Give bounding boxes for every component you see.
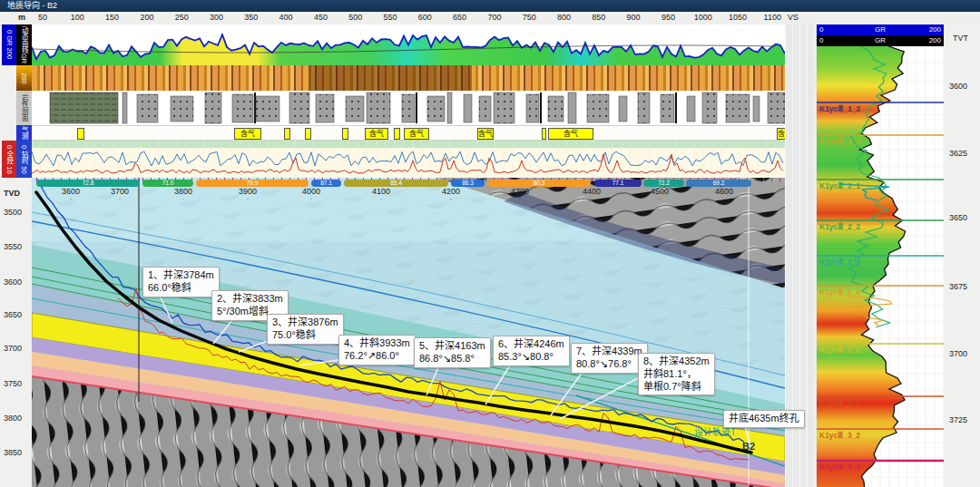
ruler-tick: 800 <box>557 13 571 22</box>
tvt-tick: 3675 <box>949 282 967 291</box>
segment-inclination-bar: 72.871.079.987.185.486.380.377.172.269.2 <box>32 178 785 189</box>
window-title: 地质导向 - B2 <box>0 0 980 12</box>
annotation-line: 井底4635m终孔 <box>729 413 799 425</box>
gas-show-box: 含气 <box>548 128 593 140</box>
tvd-tick: 3600 <box>4 278 22 287</box>
segment-value-pill: 79.9 <box>196 180 309 187</box>
depth-annotation[interactable]: 5、井深4163m86.8°↘85.8° <box>414 337 491 368</box>
cross-section-view[interactable]: 72.871.079.987.185.486.380.377.172.269.2… <box>32 178 785 487</box>
md-tick: 4000. <box>302 187 320 199</box>
md-tick: 4300. <box>511 187 529 199</box>
depth-annotation[interactable]: 井底4635m终孔 <box>723 410 805 428</box>
lithology-block <box>619 96 627 122</box>
depth-annotation[interactable]: 6、井深4246m85.3°↘80.8° <box>493 336 570 366</box>
rp1-name: GR <box>875 24 886 35</box>
tvt-tick: 3625 <box>949 149 967 158</box>
horizon-label: K1ycⅢ_3_3 <box>819 463 860 472</box>
md-tick: 3900. <box>239 187 257 199</box>
image-log-track[interactable] <box>32 65 785 91</box>
gas-show-box <box>542 128 546 140</box>
segment-value-pill: 71.0 <box>142 180 193 187</box>
vs-axis-label: VS <box>788 13 799 22</box>
gas-show-box <box>342 128 348 140</box>
ruler-tick: 550 <box>383 13 397 22</box>
segment-value-pill: 86.3 <box>451 180 485 187</box>
well-name-label: B2 <box>742 441 755 452</box>
ruler-tick: 750 <box>523 13 536 22</box>
tvd-tick: 3550 <box>4 242 22 251</box>
ruler-unit-label: m <box>18 13 25 22</box>
lithology-block <box>464 94 472 122</box>
tvt-tick: 3725 <box>949 415 967 424</box>
gas-show-box: 含气 <box>477 128 494 140</box>
type-log-header-2: 0 GR 200 <box>817 35 944 46</box>
dt-text: 0 钻时 50 <box>21 145 28 174</box>
gr-curve-track[interactable] <box>32 24 785 65</box>
horizon-label: K1ycⅢ_3_2 <box>819 431 860 440</box>
tvd-tick: 3700 <box>4 344 22 353</box>
lithology-block <box>122 93 127 123</box>
ruler-tick: 1050 <box>729 13 747 22</box>
depth-annotation[interactable]: 4、井斜3933m76.2°↗86.0° <box>338 335 416 365</box>
lithology-block <box>568 93 576 123</box>
lithology-block <box>447 93 452 123</box>
horizon-label: K1ycⅢ_2_1 <box>819 181 860 190</box>
lithology-track[interactable] <box>32 91 785 125</box>
survey-tick <box>763 178 764 181</box>
tvt-tick: 3600 <box>949 82 967 91</box>
image-log-dark-zone <box>309 65 472 91</box>
rp1-min: 0 <box>819 24 823 35</box>
tvt-axis-title: TVT <box>953 34 968 43</box>
tvd-tick: 3850 <box>4 448 22 457</box>
tvd-tick: 3750 <box>4 379 22 388</box>
annotation-line: 3、井深3876m <box>272 317 338 329</box>
rp2-min: 0 <box>819 35 823 46</box>
annotation-line: 2、井深3833m <box>217 293 283 306</box>
top-md-ruler: m 50100150200250300350400450500550600650… <box>0 12 980 25</box>
ruler-tick: 950 <box>662 13 675 22</box>
annotation-line: 85.3°↘80.8° <box>498 351 564 364</box>
tvd-axis-title: TVD <box>4 189 20 198</box>
drilling-time-label: 0 钻时 50 <box>16 141 32 178</box>
type-log-panel[interactable]: 0 GR 200 0 GR 200 K1ycⅢ_1_2K1ycⅢ_1_3K1yc… <box>817 24 944 487</box>
depth-annotation[interactable]: 1、井深3784m66.0°稳斜 <box>142 267 220 297</box>
md-tick: 4600. <box>715 187 733 199</box>
depth-annotation[interactable]: 8、井深4352m井斜81.1°，单根0.7°降斜 <box>638 353 715 395</box>
segment-value-pill: 80.3 <box>487 180 591 187</box>
horizon-label: K1ycⅢ_2_5 <box>819 346 860 355</box>
gas-show-box: 含气 <box>234 128 261 140</box>
md-tick: 3700. <box>111 187 129 199</box>
survey-tick <box>592 178 593 181</box>
annotation-line: 单根0.7°降斜 <box>643 381 710 394</box>
segment-value-pill: 77.1 <box>594 180 642 187</box>
gas-show-box <box>394 128 400 140</box>
ruler-tick: 700 <box>487 13 501 22</box>
tvt-axis: TVT 360036253650367537003725 <box>944 24 980 487</box>
annotation-line: 7、井深4339m <box>576 346 642 358</box>
gr-dynamic-curve-label: 动态曲线GR <box>16 24 32 65</box>
gas-show-box <box>284 128 290 140</box>
horizon-label: K1ycⅢ_2_4 <box>819 287 860 297</box>
annotation-line: 8、井深4352m <box>643 356 710 368</box>
horizon-label: K1ycⅢ_3_1 <box>819 398 860 407</box>
annotation-line: 66.0°稳斜 <box>148 282 214 295</box>
type-log-header-1: 0 GR 200 <box>817 24 944 35</box>
rp2-max: 200 <box>929 35 941 46</box>
lithology-block <box>687 96 695 122</box>
segment-value-pill: 69.2 <box>686 180 751 187</box>
gas-show-box <box>77 128 84 140</box>
gas-show-track[interactable]: 含气含气含气含气含气含气 <box>32 125 785 141</box>
mudlog-curves-track[interactable] <box>32 141 785 178</box>
tvd-tick: 3500 <box>4 208 22 217</box>
ruler-tick: 300 <box>210 13 223 22</box>
md-tick: 4200. <box>442 187 460 199</box>
type-log-chart[interactable]: K1ycⅢ_1_2K1ycⅢ_1_3K1ycⅢ_2_1K1ycⅢ_2_2K1yc… <box>817 46 944 487</box>
segment-value-pill: 72.2 <box>643 180 684 187</box>
ruler-tick: 450 <box>314 13 328 22</box>
depth-annotation[interactable]: 7、井深4339m80.8°↘76.8° <box>571 343 648 374</box>
horizon-label: K1ycⅢ_1_3 <box>819 137 860 146</box>
annotation-line: 4、井斜3933m <box>344 337 410 350</box>
md-tick: 4400. <box>583 187 601 199</box>
depth-annotation[interactable]: 3、井深3876m75.0°稳斜 <box>267 314 344 345</box>
ruler-tick: 1100 <box>764 13 781 22</box>
